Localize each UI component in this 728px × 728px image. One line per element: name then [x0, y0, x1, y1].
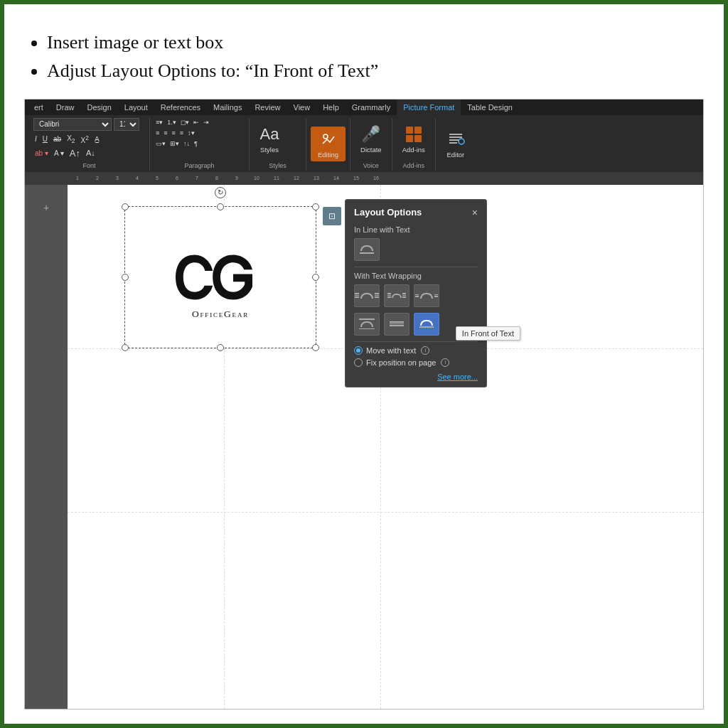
ruler-mark: 10 — [247, 176, 267, 181]
wrap-top-arc — [360, 321, 373, 327]
handle-bottom-middle[interactable] — [217, 344, 224, 351]
tab-layout[interactable]: Layout — [118, 100, 154, 115]
ruler-mark: 7 — [187, 176, 207, 181]
radio-move-indicator — [354, 346, 363, 355]
font-size-select[interactable]: 11 — [114, 118, 139, 131]
ribbon-group-paragraph: ≡▾ 1.▾ ◻▾ ⇤ ⇥ ≡ ≡ ≡ ≡ ↕▾ ▭▾ — [150, 118, 250, 171]
font-size-down[interactable]: A↓ — [85, 148, 97, 158]
handle-bottom-right[interactable] — [312, 344, 319, 351]
handle-top-right[interactable] — [312, 203, 319, 210]
outline-button[interactable]: ◻▾ — [179, 118, 191, 127]
font-color-button[interactable]: A ▾ — [53, 149, 65, 158]
strikethrough-button[interactable]: ab — [52, 134, 63, 144]
see-more-link[interactable]: See more... — [354, 373, 478, 381]
align-left[interactable]: ≡ — [154, 129, 161, 137]
para-row-2: ≡ ≡ ≡ ≡ ↕▾ — [154, 129, 196, 137]
show-formatting[interactable]: ¶ — [193, 139, 199, 148]
tab-grammarly[interactable]: Grammarly — [346, 100, 397, 115]
handle-top-middle[interactable] — [217, 203, 224, 210]
layout-panel-close-button[interactable]: × — [472, 207, 478, 218]
inline-icons-row — [354, 238, 478, 261]
rotate-handle[interactable]: ↻ — [215, 187, 226, 198]
tab-draw[interactable]: Draw — [50, 100, 81, 115]
addins-icon — [404, 124, 424, 144]
ruler-bar: 1 2 3 4 5 6 7 8 9 10 11 12 13 14 15 16 — [25, 172, 703, 185]
image-selection-box[interactable]: ↻ ⊡ — [124, 206, 316, 348]
font-size-up[interactable]: A↑ — [68, 147, 82, 159]
layout-options-trigger[interactable]: ⊡ — [323, 207, 341, 225]
inline-text-button[interactable] — [354, 238, 380, 261]
ribbon-group-editing: Editing — [306, 118, 350, 171]
ruler-mark: 5 — [147, 176, 167, 181]
layout-divider-2 — [354, 341, 478, 342]
font-highlight-button[interactable]: ab ▾ — [33, 149, 50, 158]
word-ui-container: ert Draw Design Layout References Mailin… — [24, 99, 704, 710]
radio-fix-position[interactable]: Fix position on page i — [354, 358, 478, 367]
font-group-label: Font — [33, 162, 145, 171]
editor-icon — [446, 129, 466, 149]
align-center[interactable]: ≡ — [162, 129, 168, 137]
font-name-select[interactable]: Calibri — [33, 118, 112, 131]
wrap-tight-button[interactable] — [384, 284, 410, 307]
font-name-row: Calibri 11 — [33, 118, 139, 131]
indent-increase[interactable]: ⇥ — [202, 118, 210, 127]
tab-design[interactable]: Design — [81, 100, 118, 115]
editing-icon — [318, 129, 338, 149]
radio-move-with-text[interactable]: Move with text i — [354, 346, 478, 355]
wrap-in-front-button[interactable]: In Front of Text — [414, 313, 439, 336]
handle-middle-left[interactable] — [122, 274, 129, 281]
info-icon-fix: i — [441, 358, 449, 367]
underline-button[interactable]: U — [41, 134, 49, 144]
handle-bottom-left[interactable] — [122, 344, 129, 351]
tab-review[interactable]: Review — [248, 100, 287, 115]
wrap-arc — [360, 293, 373, 299]
radio-fix-label: Fix position on page — [366, 358, 436, 367]
tab-picture-format[interactable]: Picture Format — [397, 100, 461, 115]
tab-insert[interactable]: ert — [28, 100, 50, 115]
wrapping-icons-row-1 — [354, 284, 478, 307]
tab-references[interactable]: References — [154, 100, 207, 115]
front-arc — [420, 320, 433, 326]
wrap-square-button[interactable] — [354, 284, 380, 307]
wrap-top-bottom-button[interactable] — [354, 313, 380, 336]
sort-button[interactable]: ↑↓ — [182, 139, 191, 148]
tab-mailings[interactable]: Mailings — [207, 100, 248, 115]
indent-decrease[interactable]: ⇤ — [192, 118, 200, 127]
borders-button[interactable]: ⊞▾ — [168, 139, 181, 148]
move-handle-icon[interactable]: + — [43, 202, 49, 213]
editor-label: Editor — [446, 151, 464, 159]
line-spacing[interactable]: ↕▾ — [186, 129, 196, 137]
align-justify[interactable]: ≡ — [178, 129, 185, 137]
bullets-button[interactable]: ≡▾ — [154, 118, 164, 127]
addins-label: Add-ins — [402, 146, 425, 154]
wrap-behind-text-button[interactable] — [384, 313, 410, 336]
styles-button[interactable]: Aa Styles — [254, 123, 285, 155]
ribbon-group-voice: 🎤 Dictate Voice — [350, 118, 392, 171]
superscript-button[interactable]: X2 — [79, 134, 90, 145]
tab-table-design[interactable]: Table Design — [461, 100, 519, 115]
shading-button[interactable]: ▭▾ — [154, 139, 167, 148]
dictate-button[interactable]: 🎤 Dictate — [355, 122, 387, 156]
para-row-3: ▭▾ ⊞▾ ↑↓ ¶ — [154, 139, 199, 148]
tab-help[interactable]: Help — [316, 100, 346, 115]
dictate-label: Dictate — [360, 146, 382, 154]
align-right[interactable]: ≡ — [171, 129, 177, 137]
officegear-logo: OfficeGear — [156, 231, 284, 323]
styles-label: Styles — [260, 146, 279, 154]
numbering-button[interactable]: 1.▾ — [166, 118, 178, 127]
addins-button[interactable]: Add-ins — [397, 122, 431, 156]
radio-move-label: Move with text — [366, 346, 416, 355]
inline-line-icon — [360, 252, 374, 254]
handle-middle-right[interactable] — [312, 274, 319, 281]
bullet-item-2: Adjust Layout Options to: “In Front of T… — [47, 57, 704, 85]
handle-top-left[interactable] — [122, 203, 129, 210]
font-style-extra[interactable]: A̲ — [93, 134, 101, 144]
italic-button[interactable]: I — [33, 134, 38, 144]
editing-label: Editing — [318, 151, 338, 159]
page-container: Insert image or text box Adjust Layout O… — [4, 4, 724, 724]
wrap-through-button[interactable] — [414, 284, 439, 307]
editing-button[interactable]: Editing — [311, 127, 346, 161]
tab-view[interactable]: View — [287, 100, 317, 115]
editor-button[interactable]: Editor — [440, 127, 471, 161]
subscript-button[interactable]: X2 — [65, 134, 76, 145]
